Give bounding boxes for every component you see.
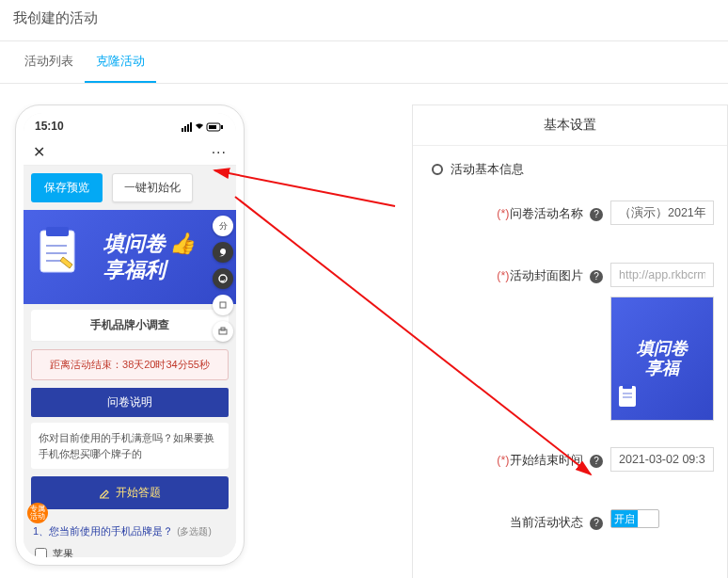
svg-rect-17 — [623, 384, 632, 389]
side-action-dots: 分 — [210, 216, 236, 342]
status-icons — [182, 120, 225, 133]
tab-activity-list[interactable]: 活动列表 — [13, 41, 85, 83]
countdown-text: 距离活动结束：38天20时34分55秒 — [31, 349, 229, 380]
svg-rect-3 — [190, 122, 192, 132]
help-icon[interactable]: ? — [590, 208, 603, 221]
save-preview-button[interactable]: 保存预览 — [31, 173, 103, 202]
svg-rect-16 — [619, 386, 636, 407]
cover-thumb-line2: 享福 — [637, 359, 688, 378]
dot-2[interactable] — [213, 242, 233, 263]
svg-rect-1 — [184, 126, 186, 132]
svg-rect-0 — [182, 128, 183, 132]
phone-status-bar: 15:10 — [24, 113, 236, 139]
label-activity-status: 当前活动状态 ? — [432, 509, 610, 531]
dot-share[interactable]: 分 — [213, 216, 233, 236]
dot-5[interactable] — [213, 321, 233, 342]
label-start-end-time: (*)开始结束时间 ? — [432, 447, 610, 469]
start-end-time-input[interactable] — [610, 447, 714, 472]
dot-4[interactable] — [213, 295, 233, 315]
svg-rect-2 — [187, 124, 189, 132]
question-1-title: 1、您当前使用的手机品牌是？(多选题) — [31, 519, 229, 544]
status-switch[interactable]: 开启 — [610, 509, 659, 528]
more-icon[interactable]: ··· — [212, 144, 227, 161]
help-icon[interactable]: ? — [590, 455, 603, 468]
tab-clone-activity[interactable]: 克隆活动 — [85, 41, 156, 83]
phone-preview: 15:10 ✕ ··· 保存预览 一键初始化 — [15, 104, 245, 566]
clipboard-icon — [35, 225, 82, 281]
start-survey-button[interactable]: 开始答题 — [31, 476, 229, 509]
page-title: 我创建的活动 — [0, 0, 728, 40]
banner-line1: 填问卷 — [103, 232, 166, 256]
switch-on-label: 开启 — [611, 510, 638, 527]
survey-desc: 你对目前使用的手机满意吗？如果要换手机你想买哪个牌子的 — [31, 423, 229, 469]
section-basic-info[interactable]: 活动基本信息 — [432, 161, 718, 178]
tabs: 活动列表 克隆活动 — [0, 41, 728, 84]
activity-name-input[interactable] — [610, 201, 714, 225]
svg-rect-6 — [221, 125, 223, 129]
svg-rect-8 — [46, 227, 69, 236]
panel-title: 基本设置 — [413, 105, 727, 146]
reset-button[interactable]: 一键初始化 — [112, 173, 193, 202]
floating-avatar[interactable]: 专属活动 — [27, 503, 48, 523]
edit-icon — [99, 488, 110, 499]
section-head-label: 活动基本信息 — [451, 161, 524, 178]
clipboard-icon — [617, 383, 640, 414]
phone-clock: 15:10 — [35, 120, 64, 133]
thumb-icon: 👍 — [169, 232, 195, 256]
label-activity-name: (*)问卷活动名称 ? — [432, 201, 610, 222]
radio-icon — [432, 164, 443, 175]
option-apple[interactable]: 苹果 — [35, 544, 225, 557]
dot-3[interactable] — [213, 268, 233, 289]
survey-section-label: 问卷说明 — [31, 388, 229, 417]
form-panel: 基本设置 活动基本信息 (*)问卷活动名称 ? — [412, 104, 728, 578]
cover-thumbnail[interactable]: 填问卷 享福 — [610, 297, 714, 421]
survey-banner: 填问卷👍 享福利 分 — [24, 210, 236, 304]
banner-line2: 享福利 — [103, 258, 195, 282]
help-icon[interactable]: ? — [590, 270, 603, 283]
cover-url-input[interactable] — [610, 263, 714, 287]
close-icon[interactable]: ✕ — [33, 143, 45, 161]
cover-thumb-line1: 填问卷 — [637, 339, 688, 359]
survey-title: 手机品牌小调查 — [31, 310, 229, 342]
help-icon[interactable]: ? — [590, 517, 603, 530]
svg-rect-13 — [220, 302, 226, 308]
label-cover-image: (*)活动封面图片 ? — [432, 263, 610, 284]
start-survey-label: 开始答题 — [116, 485, 161, 501]
svg-rect-5 — [209, 125, 216, 129]
